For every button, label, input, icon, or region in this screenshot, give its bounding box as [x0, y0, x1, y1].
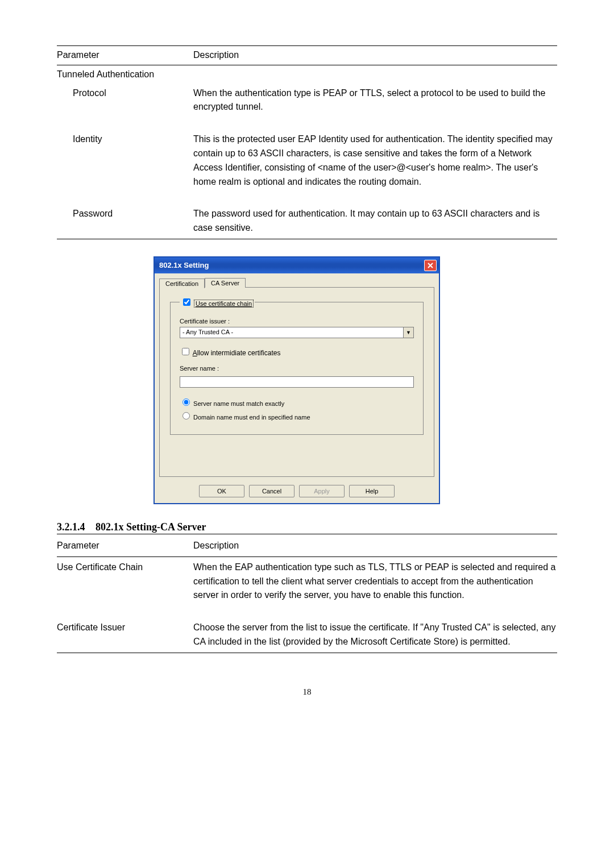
table2-row0-param: Use Certificate Chain [57, 556, 193, 606]
table1-section: Tunneled Authentication [57, 65, 557, 82]
table1-header-param: Parameter [57, 46, 193, 65]
section-number: 3.2.1.4 [57, 521, 85, 533]
radio-match-exactly[interactable]: Server name must match exactly [180, 400, 284, 407]
radio-match-exactly-input[interactable] [182, 398, 190, 406]
table2-row0-desc: When the EAP authentication type such as… [193, 556, 557, 606]
server-name-label: Server name : [180, 365, 414, 372]
close-icon[interactable] [424, 260, 437, 271]
allow-intermediate-input[interactable] [182, 348, 189, 355]
table1-row2-desc: The password used for authentication. It… [193, 203, 557, 239]
cert-issuer-select[interactable]: - Any Trusted CA - ▼ [180, 327, 414, 338]
chevron-down-icon[interactable]: ▼ [404, 327, 414, 338]
dialog-8021x-setting: 802.1x Setting Certification CA Server U… [154, 256, 440, 504]
cancel-button[interactable]: Cancel [249, 485, 294, 497]
table2-row1-desc: Choose the server from the list to issue… [193, 617, 557, 653]
radio-domain-end[interactable]: Domain name must end in specified name [180, 414, 310, 421]
ok-button[interactable]: OK [199, 485, 244, 497]
use-cert-chain-input[interactable] [183, 298, 190, 306]
table1-row1-desc: This is the protected user EAP Identity … [193, 129, 557, 192]
table1-row0-desc: When the authentication type is PEAP or … [193, 83, 557, 118]
allow-intermediate-checkbox[interactable]: Allow intermidiate certificates [180, 346, 414, 357]
apply-button[interactable]: Apply [299, 485, 345, 497]
cert-issuer-value: - Any Trusted CA - [180, 327, 404, 338]
table1-row0-param: Protocol [57, 83, 193, 118]
param-table-1: Parameter Description Tunneled Authentic… [57, 45, 557, 239]
server-name-input[interactable] [180, 376, 414, 388]
page-number: 18 [57, 687, 557, 697]
section-heading: 3.2.1.4 802.1x Setting-CA Server [57, 521, 557, 534]
use-cert-chain-group: Use certificate chain Certificate issuer… [170, 297, 424, 435]
tab-ca-server[interactable]: CA Server [205, 278, 246, 288]
table2-header-desc: Description [193, 535, 557, 556]
section-title: 802.1x Setting-CA Server [96, 521, 206, 533]
table1-header-desc: Description [193, 46, 557, 65]
radio-domain-end-input[interactable] [182, 412, 190, 420]
cert-issuer-label: Certificate issuer : [180, 318, 414, 325]
table1-row2-param: Password [57, 203, 193, 239]
tab-certification[interactable]: Certification [159, 279, 205, 288]
help-button[interactable]: Help [349, 485, 395, 497]
table2-row1-param: Certificate Issuer [57, 617, 193, 653]
dialog-title: 802.1x Setting [159, 261, 209, 269]
table2-header-param: Parameter [57, 535, 193, 556]
table1-row1-param: Identity [57, 129, 193, 192]
use-cert-chain-checkbox[interactable]: Use certificate chain [181, 300, 254, 307]
dialog-titlebar: 802.1x Setting [155, 258, 439, 273]
param-table-2: Parameter Description Use Certificate Ch… [57, 535, 557, 653]
